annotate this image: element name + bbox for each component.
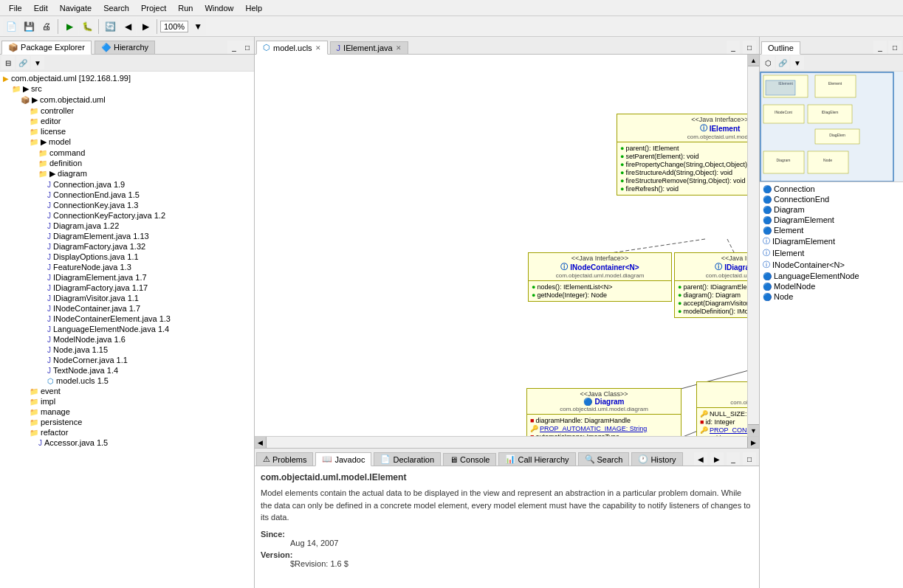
tree-controller[interactable]: 📁 controller: [1, 106, 253, 116]
tree-manage[interactable]: 📁 manage: [1, 407, 253, 417]
tree-command[interactable]: 📁 command: [1, 148, 253, 158]
menu-navigate[interactable]: Navigate: [54, 2, 97, 14]
tree-connend-java[interactable]: J ConnectionEnd.java 1.5: [1, 190, 253, 200]
tab-package-explorer[interactable]: 📦 Package Explorer: [1, 41, 92, 55]
tree-container[interactable]: ▶ com.objectaid.uml [192.168.1.99] 📁 ▶ s…: [0, 72, 254, 588]
refresh-button[interactable]: 🔄: [102, 18, 118, 35]
tree-persistence[interactable]: 📁 persistence: [1, 417, 253, 427]
tree-impl[interactable]: 📁 impl: [1, 396, 253, 407]
tree-root[interactable]: ▶ com.objectaid.uml [192.168.1.99]: [1, 73, 253, 83]
tab-history[interactable]: 🕐 History: [631, 452, 682, 466]
ielement-close[interactable]: ✕: [396, 44, 402, 52]
editor-minimize[interactable]: _: [727, 41, 740, 54]
editor-maximize[interactable]: □: [743, 41, 756, 54]
uml-box-ielement[interactable]: <<Java Interface>> ⓘ IElement com.object…: [617, 114, 747, 196]
tab-console[interactable]: 🖥 Console: [443, 453, 496, 466]
outline-item-connectionend[interactable]: 🔵 ConnectionEnd: [761, 194, 902, 204]
tree-nodecorner-java[interactable]: J NodeCorner.java 1.1: [1, 355, 253, 365]
tree-displayopts-java[interactable]: J DisplayOptions.java 1.1: [1, 252, 253, 262]
tree-event[interactable]: 📁 event: [1, 386, 253, 396]
tree-modelnode-java[interactable]: J ModelNode.java 1.6: [1, 334, 253, 345]
tree-src[interactable]: 📁 ▶ src: [1, 83, 253, 94]
tree-refactor[interactable]: 📁 refactor: [1, 427, 253, 437]
outline-item-diagramelement[interactable]: 🔵 DiagramElement: [761, 215, 902, 225]
tree-inodecont-java[interactable]: J INodeContainer.java 1.7: [1, 303, 253, 314]
tree-textnode-java[interactable]: J TextNode.java 1.4: [1, 365, 253, 376]
tree-model[interactable]: 📁 ▶ model: [1, 136, 253, 148]
bottom-nav-back[interactable]: ◀: [694, 452, 707, 466]
editor-area[interactable]: -nodes 0..* -node 0..1 -connectionEnds 0…: [255, 55, 759, 436]
outline-item-modelnode[interactable]: 🔵 ModelNode: [761, 281, 902, 291]
tree-com-pkg[interactable]: 📦 ▶ com.objectaid.uml: [1, 94, 253, 106]
uml-box-node[interactable]: <<Java Class>> 🔵 Node com.objectaid.uml.…: [696, 381, 747, 436]
tree-editor[interactable]: 📁 editor: [1, 116, 253, 126]
tab-model-ucls[interactable]: ⬡ model.ucls ✕: [256, 41, 328, 55]
tree-diagram[interactable]: 📁 ▶ diagram: [1, 168, 253, 179]
collapse-all[interactable]: ⊟: [1, 56, 15, 69]
v-scrollbar[interactable]: ▲ ▼: [747, 55, 759, 436]
maximize-left[interactable]: □: [241, 41, 254, 54]
tab-call-hierarchy[interactable]: 📊 Call Hierarchy: [498, 452, 575, 466]
outline-minimize[interactable]: _: [873, 41, 887, 54]
outline-item-connection[interactable]: 🔵 Connection: [761, 184, 902, 194]
new-button[interactable]: 📄: [3, 18, 19, 35]
forward-button[interactable]: ▶: [137, 18, 154, 35]
model-ucls-close[interactable]: ✕: [315, 44, 321, 52]
outline-btn1[interactable]: ⬡: [761, 56, 775, 69]
tree-diagelem-java[interactable]: J DiagramElement.java 1.13: [1, 231, 253, 241]
menu-help[interactable]: Help: [240, 2, 269, 14]
menu-window[interactable]: Window: [199, 2, 239, 14]
outline-btn2[interactable]: 🔗: [776, 56, 789, 69]
h-scrollbar[interactable]: ◀ ▶: [255, 436, 759, 448]
tab-problems[interactable]: ⚠ Problems: [256, 452, 313, 466]
tree-conn-java[interactable]: J Connection.java 1.9: [1, 179, 253, 190]
outline-item-element[interactable]: 🔵 Element: [761, 225, 902, 235]
scroll-left[interactable]: ◀: [255, 437, 267, 448]
print-button[interactable]: 🖨: [38, 18, 55, 35]
menu-run[interactable]: Run: [172, 2, 199, 14]
bottom-minimize[interactable]: _: [727, 452, 740, 466]
tree-inodecontelem-java[interactable]: J INodeContainerElement.java 1.3: [1, 314, 253, 324]
outline-item-idiagramelement[interactable]: ⓘ IDiagramElement: [761, 235, 902, 247]
outline-item-node[interactable]: 🔵 Node: [761, 291, 902, 302]
tree-node-java[interactable]: J Node.java 1.15: [1, 345, 253, 355]
tree-idiagvis-java[interactable]: J IDiagramVisitor.java 1.1: [1, 293, 253, 303]
outline-item-inodecontainer[interactable]: ⓘ INodeContainer<N>: [761, 259, 902, 271]
tab-outline[interactable]: Outline: [761, 41, 800, 55]
zoom-level[interactable]: 100%: [160, 21, 188, 32]
tree-connkeyfac-java[interactable]: J ConnectionKeyFactory.java 1.2: [1, 210, 253, 221]
zoom-dropdown[interactable]: ▼: [190, 18, 206, 35]
menu-edit[interactable]: Edit: [28, 2, 54, 14]
menu-project[interactable]: Project: [135, 2, 172, 14]
outline-item-langelemnode[interactable]: 🔵 LanguageElementNode: [761, 271, 902, 281]
save-button[interactable]: 💾: [21, 18, 37, 35]
view-menu[interactable]: ▼: [31, 56, 44, 69]
tree-idiagelem-java[interactable]: J IDiagramElement.java 1.7: [1, 272, 253, 283]
outline-maximize[interactable]: □: [888, 41, 902, 54]
tree-diagfac-java[interactable]: J DiagramFactory.java 1.32: [1, 241, 253, 252]
minimize-left[interactable]: _: [227, 41, 241, 54]
outline-btn3[interactable]: ▼: [791, 56, 804, 69]
scroll-track[interactable]: [748, 66, 759, 424]
tree-diagram-java[interactable]: J Diagram.java 1.22: [1, 221, 253, 231]
scroll-right[interactable]: ▶: [747, 437, 759, 448]
tree-model-ucls[interactable]: ⬡ model.ucls 1.5: [1, 376, 253, 386]
bottom-nav-fwd[interactable]: ▶: [710, 452, 724, 466]
outline-item-diagram[interactable]: 🔵 Diagram: [761, 204, 902, 215]
tree-idiagfac-java[interactable]: J IDiagramFactory.java 1.17: [1, 283, 253, 293]
h-scroll-track[interactable]: [267, 437, 747, 448]
tree-definition[interactable]: 📁 definition: [1, 158, 253, 168]
tree-license[interactable]: 📁 license: [1, 126, 253, 136]
scroll-up[interactable]: ▲: [748, 55, 759, 66]
tab-hierarchy[interactable]: 🔷 Hierarchy: [95, 41, 155, 54]
debug-button[interactable]: 🐛: [79, 18, 95, 35]
diagram-canvas[interactable]: -nodes 0..* -node 0..1 -connectionEnds 0…: [255, 55, 747, 436]
tree-langelem-java[interactable]: J LanguageElementNode.java 1.4: [1, 324, 253, 334]
back-button[interactable]: ◀: [120, 18, 136, 35]
menu-search[interactable]: Search: [97, 2, 135, 14]
tree-accessor-java[interactable]: J Accessor.java 1.5: [1, 437, 253, 448]
tab-javadoc[interactable]: 📖 Javadoc: [315, 452, 371, 466]
uml-box-diagram[interactable]: <<Java Class>> 🔵 Diagram com.objectaid.u…: [526, 388, 681, 436]
link-editor[interactable]: 🔗: [16, 56, 30, 69]
outline-item-ielement[interactable]: ⓘ IElement: [761, 247, 902, 259]
